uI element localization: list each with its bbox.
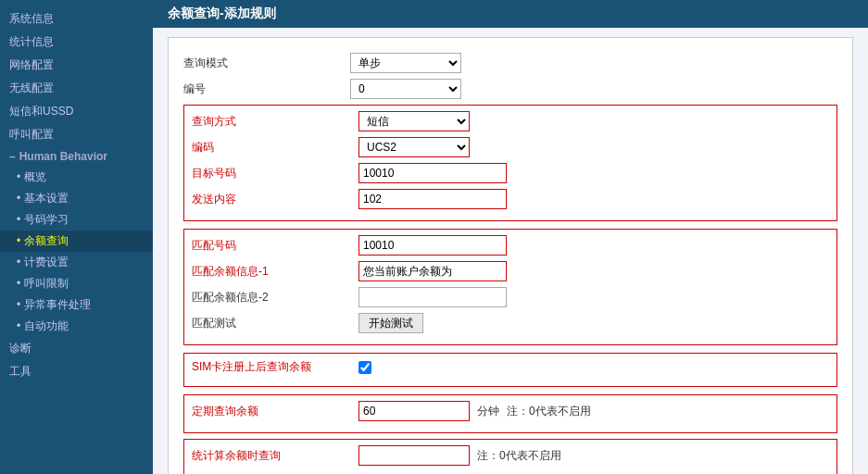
stat-query-input[interactable] xyxy=(359,445,470,466)
code-label: 编号 xyxy=(183,81,350,97)
sidebar-item-num-learning[interactable]: •号码学习 xyxy=(0,209,153,231)
sidebar-item-basic-settings[interactable]: •基本设置 xyxy=(0,188,153,209)
match-test-button[interactable]: 开始测试 xyxy=(359,313,423,333)
sidebar-item-auto-func[interactable]: •自动功能 xyxy=(0,316,153,337)
target-number-label: 目标号码 xyxy=(192,166,359,181)
periodic-query-note: 注：0代表不启用 xyxy=(507,404,591,419)
match-number-input[interactable] xyxy=(359,235,507,256)
code-row: 编号 0 1 2 xyxy=(183,79,837,99)
match-number-row: 匹配号码 xyxy=(192,235,829,256)
sidebar-item-call-config[interactable]: 呼叫配置 xyxy=(0,123,153,146)
sim-register-label: SIM卡注册上后查询余额 xyxy=(192,359,359,375)
sidebar-item-human-behavior[interactable]: –Human Behavior xyxy=(0,146,153,167)
sidebar-item-balance-query[interactable]: •余额查询 xyxy=(0,231,153,252)
encoding-select[interactable]: UCS2 UTF-8 ASCII xyxy=(359,137,470,157)
match-test-row: 匹配测试 开始测试 xyxy=(192,313,829,333)
sidebar-item-event-handling[interactable]: •异常事件处理 xyxy=(0,294,153,316)
encoding-row: 编码 UCS2 UTF-8 ASCII xyxy=(192,137,829,157)
encoding-label: 编码 xyxy=(192,140,359,156)
periodic-query-input[interactable] xyxy=(359,401,470,421)
sim-register-checkbox[interactable] xyxy=(359,361,371,374)
sidebar-item-diagnostics[interactable]: 诊断 xyxy=(0,337,153,360)
match-balance-info1-input[interactable] xyxy=(359,261,507,281)
sidebar-item-call-limit[interactable]: •呼叫限制 xyxy=(0,273,153,294)
form-container: 查询模式 单步 多步 编号 0 1 2 查询方式 短信 USSD xyxy=(168,37,853,474)
query-method-select[interactable]: 短信 USSD xyxy=(359,111,470,131)
send-content-label: 发送内容 xyxy=(192,192,359,207)
sidebar-item-stats-info[interactable]: 统计信息 xyxy=(0,31,153,54)
target-number-input[interactable] xyxy=(359,163,507,183)
sidebar-item-wireless-config[interactable]: 无线配置 xyxy=(0,77,153,100)
code-select[interactable]: 0 1 2 xyxy=(350,79,461,99)
send-content-row: 发送内容 xyxy=(192,189,829,209)
match-test-label: 匹配测试 xyxy=(192,316,359,331)
match-balance-info1-row: 匹配余额信息-1 xyxy=(192,261,829,281)
periodic-query-label: 定期查询余额 xyxy=(192,404,359,419)
match-number-label: 匹配号码 xyxy=(192,238,359,254)
sidebar-item-sys-info[interactable]: 系统信息 xyxy=(0,7,153,31)
match-balance-info2-input[interactable] xyxy=(359,287,507,307)
sidebar-item-overview[interactable]: •概览 xyxy=(0,167,153,188)
periodic-query-row: 定期查询余额 分钟 注：0代表不启用 xyxy=(192,401,829,421)
match-balance-info2-row: 匹配余额信息-2 xyxy=(192,287,829,307)
sidebar: 系统信息 统计信息 网络配置 无线配置 短信和USSD 呼叫配置 –Human … xyxy=(0,0,153,474)
query-method-label: 查询方式 xyxy=(192,114,359,130)
sidebar-item-net-config[interactable]: 网络配置 xyxy=(0,54,153,77)
main-content: 余额查询-添加规则 查询模式 单步 多步 编号 0 1 2 查询方式 xyxy=(153,0,868,474)
query-mode-label: 查询模式 xyxy=(183,56,350,71)
query-mode-row: 查询模式 单步 多步 xyxy=(183,53,837,73)
query-method-row: 查询方式 短信 USSD xyxy=(192,111,829,131)
send-content-input[interactable] xyxy=(359,189,507,209)
sidebar-item-tools[interactable]: 工具 xyxy=(0,360,153,383)
stat-query-label: 统计算余额时查询 xyxy=(192,448,359,464)
sidebar-item-sms-ussd[interactable]: 短信和USSD xyxy=(0,100,153,123)
stat-query-row: 统计算余额时查询 注：0代表不启用 xyxy=(192,445,829,466)
stat-query-note: 注：0代表不启用 xyxy=(477,448,561,464)
match-balance-info2-label: 匹配余额信息-2 xyxy=(192,290,359,306)
match-balance-info1-label: 匹配余额信息-1 xyxy=(192,264,359,280)
sidebar-item-billing-settings[interactable]: •计费设置 xyxy=(0,252,153,273)
target-number-row: 目标号码 xyxy=(192,163,829,183)
page-title: 余额查询-添加规则 xyxy=(153,0,868,28)
query-mode-select[interactable]: 单步 多步 xyxy=(350,53,461,73)
sim-register-row: SIM卡注册上后查询余额 xyxy=(192,359,829,375)
periodic-query-unit: 分钟 xyxy=(477,404,499,419)
